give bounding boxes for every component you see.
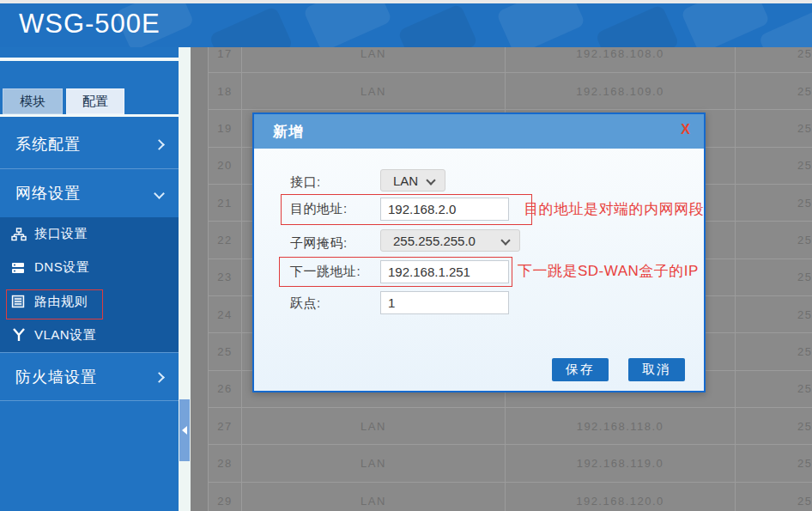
keyboard-pattern [595, 4, 680, 47]
table-cell: LAN [242, 483, 506, 511]
cancel-button[interactable]: 取消 [628, 358, 685, 381]
app-window: WSG-500E 模块 配置 系统配置 网络设置 接口设置 [0, 0, 812, 511]
chevron-down-icon [426, 175, 435, 185]
table-cell: 19 [209, 110, 242, 146]
branch-icon [11, 328, 27, 342]
close-icon[interactable]: X [681, 123, 690, 137]
table-cell: 18 [209, 73, 242, 109]
table-cell: 23 [209, 259, 242, 295]
table-cell: 192.168.120.0 [506, 483, 736, 511]
destination-label: 目的地址: [290, 201, 348, 217]
tab-module[interactable]: 模块 [3, 88, 63, 114]
list-icon [11, 295, 27, 308]
tab-config[interactable]: 配置 [66, 88, 124, 114]
sidebar-item-network-settings[interactable]: 网络设置 [0, 169, 179, 217]
chevron-right-icon [154, 372, 165, 383]
sidebar-item-label: DNS设置 [34, 259, 89, 276]
table-cell: 255.255.255.0 [736, 222, 812, 258]
table-cell: 192.168.109.0 [506, 73, 736, 109]
server-icon [11, 261, 27, 275]
sidebar-item-label: 路由规则 [34, 294, 88, 310]
collapse-arrow-icon [182, 426, 187, 435]
netmask-select[interactable]: 255.255.255.0 [380, 229, 520, 252]
app-header: WSG-500E [0, 3, 812, 47]
destination-input[interactable] [380, 198, 509, 221]
table-cell: 28 [209, 445, 242, 481]
sidebar-item-label: VLAN设置 [34, 327, 96, 344]
table-cell: 255.255.255.0 [736, 110, 812, 146]
sidebar-item-firewall-settings[interactable]: 防火墙设置 [0, 353, 179, 401]
keyboard-pattern [397, 3, 478, 47]
chevron-right-icon [154, 139, 165, 150]
metric-input[interactable] [380, 291, 509, 314]
page-title: WSG-500E [19, 9, 161, 40]
table-cell: 255.255.255.0 [736, 445, 812, 481]
table-cell: LAN [242, 73, 506, 109]
table-cell: 21 [209, 185, 242, 221]
interface-select-value: LAN [393, 173, 418, 188]
save-button[interactable]: 保存 [552, 358, 609, 381]
keyboard-pattern [496, 3, 586, 47]
table-cell: 17 [209, 47, 242, 72]
keyboard-pattern [681, 3, 771, 47]
sidebar-item-label: 系统配置 [15, 134, 81, 155]
keyboard-pattern [303, 3, 393, 47]
sidebar-divider [0, 58, 179, 61]
menu-divider [0, 400, 179, 401]
netmask-label: 子网掩码: [290, 235, 348, 252]
sidebar-item-routing-rules[interactable]: 路由规则 [0, 285, 179, 319]
table-cell: 255.255.255.0 [736, 296, 812, 332]
netmask-select-value: 255.255.255.0 [393, 234, 476, 248]
table-cell: LAN [242, 47, 506, 72]
sidebar-item-interface-settings[interactable]: 接口设置 [0, 217, 179, 251]
table-cell: 255.255.255.0 [736, 371, 812, 407]
add-route-dialog: 新增 X 接口: LAN 目的地址: 目的地址是对端的内网网段 子网掩码: 25… [252, 113, 706, 392]
network-submenu: 接口设置 DNS设置 路由规则 VLAN设置 [0, 217, 179, 352]
table-cell: 24 [209, 296, 242, 332]
sidebar-collapse-handle[interactable] [179, 399, 190, 461]
nexthop-input[interactable] [380, 260, 509, 283]
table-row: 17LAN192.168.108.0255.255.255.0 [209, 47, 812, 73]
table-cell: 22 [209, 222, 242, 258]
table-row: 29LAN192.168.120.0255.255.255.0 [209, 483, 812, 511]
table-cell: 255.255.255.0 [736, 73, 812, 109]
dialog-title: 新增 [273, 122, 304, 142]
dialog-titlebar: 新增 [254, 114, 704, 149]
content-gutter [191, 47, 208, 511]
interface-select[interactable]: LAN [380, 169, 445, 192]
sidebar-item-dns-settings[interactable]: DNS设置 [0, 251, 179, 284]
keyboard-pattern [209, 6, 294, 47]
table-row: 28LAN192.168.119.0255.255.255.0 [209, 445, 812, 482]
sidebar: 模块 配置 系统配置 网络设置 接口设置 DNS设置 [0, 47, 179, 511]
table-cell: 29 [209, 483, 242, 511]
topology-icon [11, 228, 27, 241]
interface-label: 接口: [290, 174, 321, 191]
table-row: 27LAN192.168.118.0255.255.255.0 [209, 408, 812, 445]
table-cell: 192.168.119.0 [506, 445, 736, 481]
sidebar-item-system-config[interactable]: 系统配置 [0, 120, 179, 168]
table-cell: LAN [242, 445, 506, 481]
tabbar-underline [0, 114, 179, 117]
table-cell: 27 [209, 408, 242, 444]
table-cell: LAN [242, 408, 506, 444]
table-cell: 192.168.108.0 [506, 47, 736, 72]
chevron-down-icon [154, 188, 165, 199]
sidebar-item-label: 防火墙设置 [15, 367, 97, 387]
table-cell: 255.255.255.0 [736, 333, 812, 369]
table-cell: 255.255.255.0 [736, 47, 812, 72]
table-cell: 20 [209, 148, 242, 184]
metric-label: 跃点: [290, 295, 321, 312]
table-cell: 192.168.118.0 [506, 408, 736, 444]
table-cell: 255.255.255.0 [736, 408, 812, 444]
nexthop-annotation: 下一跳是SD-WAN盒子的IP [518, 261, 699, 281]
destination-annotation: 目的地址是对端的内网网段 [524, 199, 704, 219]
table-cell: 26 [209, 371, 242, 407]
table-cell: 255.255.255.0 [736, 185, 812, 221]
table-cell: 255.255.255.0 [736, 148, 812, 184]
table-cell: 255.255.255.0 [736, 483, 812, 511]
nexthop-label: 下一跳地址: [290, 264, 361, 280]
chevron-down-icon [500, 235, 510, 245]
sidebar-item-label: 接口设置 [34, 226, 88, 242]
sidebar-item-vlan-settings[interactable]: VLAN设置 [0, 319, 179, 352]
sidebar-item-label: 网络设置 [15, 183, 81, 204]
